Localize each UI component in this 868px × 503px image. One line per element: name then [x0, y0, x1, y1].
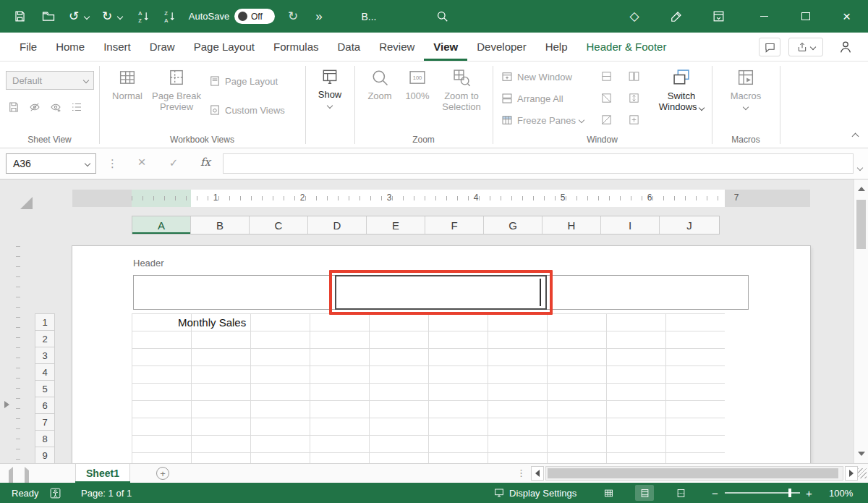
- sort-ascending-button[interactable]: AZ: [132, 0, 155, 33]
- previous-sheet-button[interactable]: [9, 470, 13, 483]
- split-button[interactable]: [599, 69, 613, 83]
- normal-view-shortcut[interactable]: [599, 485, 618, 501]
- scroll-up-button[interactable]: [854, 181, 868, 197]
- arrange-all-button[interactable]: Arrange All: [501, 92, 563, 105]
- undo-button[interactable]: ↺: [65, 0, 82, 33]
- tab-view[interactable]: View: [424, 33, 467, 61]
- enter-button[interactable]: ✓: [163, 156, 184, 169]
- vertical-scrollbar[interactable]: [854, 179, 868, 463]
- share-button[interactable]: [788, 38, 823, 56]
- zoom-100-button[interactable]: 100 100%: [399, 62, 435, 102]
- header-right-section[interactable]: [546, 275, 749, 310]
- name-box[interactable]: A36: [6, 153, 96, 174]
- autosave-toggle[interactable]: Off: [234, 9, 275, 24]
- horizontal-scrollbar[interactable]: [545, 466, 843, 481]
- minimize-button[interactable]: [744, 0, 785, 33]
- row-header-8[interactable]: 8: [35, 430, 55, 447]
- reset-window-position-button[interactable]: [626, 112, 641, 127]
- ink-button[interactable]: [665, 0, 687, 33]
- unhide-window-button[interactable]: [599, 112, 613, 127]
- view-side-by-side-button[interactable]: [626, 69, 641, 83]
- cell-grid[interactable]: [132, 313, 725, 463]
- keep-sheet-view-button[interactable]: [6, 99, 22, 115]
- row-header-5[interactable]: 5: [35, 380, 55, 397]
- page-layout-view-shortcut[interactable]: [635, 485, 654, 501]
- horizontal-scroll-thumb[interactable]: [548, 468, 838, 478]
- redo-dropdown[interactable]: [115, 0, 125, 33]
- row-header-7[interactable]: 7: [35, 413, 55, 431]
- sheet-view-options-button[interactable]: [69, 99, 85, 115]
- search-button[interactable]: [431, 0, 453, 33]
- redo-button[interactable]: ↻: [98, 0, 116, 33]
- tab-file[interactable]: File: [10, 33, 46, 61]
- presence-button[interactable]: [838, 39, 854, 55]
- column-header-d[interactable]: D: [308, 216, 367, 234]
- zoom-slider-thumb[interactable]: [788, 489, 791, 497]
- collapse-ribbon-button[interactable]: [853, 129, 858, 142]
- zoom-slider[interactable]: [725, 492, 800, 494]
- sheet-view-dropdown[interactable]: Default: [6, 71, 94, 90]
- zoom-button[interactable]: Zoom: [360, 62, 399, 102]
- tab-header-footer[interactable]: Header & Footer: [577, 33, 676, 61]
- window-resize-grip[interactable]: [858, 468, 867, 478]
- column-header-b[interactable]: B: [191, 216, 250, 234]
- custom-views-button[interactable]: Custom Views: [208, 103, 285, 117]
- column-header-j[interactable]: J: [660, 216, 719, 234]
- tab-page-layout[interactable]: Page Layout: [184, 33, 264, 61]
- freeze-panes-button[interactable]: Freeze Panes: [501, 114, 584, 127]
- normal-view-button[interactable]: Normal: [107, 62, 148, 102]
- page-layout-view-button[interactable]: Page Layout: [208, 75, 278, 88]
- next-sheet-button[interactable]: [25, 470, 29, 483]
- ribbon-display-button[interactable]: [707, 0, 729, 33]
- sort-descending-button[interactable]: ZA: [158, 0, 181, 33]
- column-header-g[interactable]: G: [484, 216, 542, 234]
- quick-access-overflow-button[interactable]: »: [310, 0, 328, 33]
- new-sheet-button[interactable]: +: [156, 467, 169, 480]
- accessibility-button[interactable]: [49, 483, 61, 503]
- cell-b1-text[interactable]: Monthly Sales: [178, 314, 246, 331]
- new-window-button[interactable]: New Window: [501, 70, 572, 83]
- new-sheet-view-button[interactable]: [48, 99, 64, 115]
- tab-formulas[interactable]: Formulas: [264, 33, 328, 61]
- scroll-left-button[interactable]: [531, 466, 544, 481]
- scroll-right-button[interactable]: [845, 466, 858, 481]
- tab-home[interactable]: Home: [46, 33, 94, 61]
- tab-help[interactable]: Help: [536, 33, 577, 61]
- row-header-3[interactable]: 3: [35, 347, 55, 364]
- sync-button[interactable]: ↻: [284, 0, 302, 33]
- synchronous-scrolling-button[interactable]: [626, 90, 641, 105]
- zoom-level-button[interactable]: 100%: [829, 483, 853, 503]
- comments-button[interactable]: [759, 38, 780, 56]
- tab-developer[interactable]: Developer: [467, 33, 535, 61]
- formula-bar-handle[interactable]: ⋮: [107, 157, 118, 170]
- page-break-preview-shortcut[interactable]: [671, 485, 690, 501]
- switch-windows-button[interactable]: Switch Windows: [658, 62, 705, 113]
- open-button[interactable]: [38, 0, 59, 33]
- close-button[interactable]: ×: [826, 0, 867, 33]
- insert-function-button[interactable]: fx: [195, 156, 216, 169]
- zoom-out-button[interactable]: −: [712, 483, 718, 503]
- tab-draw[interactable]: Draw: [140, 33, 184, 61]
- expand-formula-bar-button[interactable]: [858, 160, 862, 173]
- column-header-i[interactable]: I: [601, 216, 660, 234]
- tab-review[interactable]: Review: [370, 33, 424, 61]
- tab-insert[interactable]: Insert: [94, 33, 140, 61]
- page-break-preview-button[interactable]: Page Break Preview: [149, 62, 204, 113]
- sheet-tab-sheet1[interactable]: Sheet1: [75, 464, 130, 483]
- row-header-4[interactable]: 4: [35, 363, 55, 381]
- column-header-c[interactable]: C: [250, 216, 308, 234]
- formula-input[interactable]: [223, 153, 854, 174]
- premium-button[interactable]: ◇: [624, 0, 645, 33]
- row-header-1[interactable]: 1: [35, 313, 55, 331]
- cancel-button[interactable]: ×: [132, 154, 152, 170]
- undo-dropdown[interactable]: [82, 0, 92, 33]
- column-header-e[interactable]: E: [367, 216, 425, 234]
- zoom-in-button[interactable]: +: [806, 483, 812, 503]
- macros-button[interactable]: Macros: [723, 62, 768, 109]
- tab-data[interactable]: Data: [328, 33, 370, 61]
- row-header-2[interactable]: 2: [35, 330, 55, 347]
- display-settings-button[interactable]: Display Settings: [493, 483, 576, 503]
- show-button[interactable]: Show: [310, 62, 350, 108]
- column-header-h[interactable]: H: [542, 216, 601, 234]
- save-button[interactable]: [9, 0, 30, 33]
